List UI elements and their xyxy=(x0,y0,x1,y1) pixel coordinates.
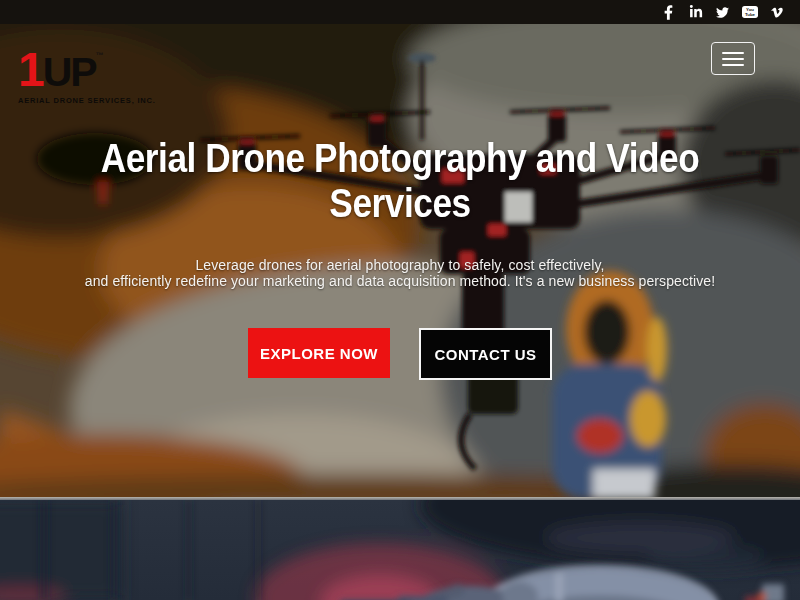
site-logo[interactable]: 1UP™ AERIAL DRONE SERVICES, INC. xyxy=(18,46,148,105)
logo-tagline: AERIAL DRONE SERVICES, INC. xyxy=(18,97,148,105)
lower-photo-background xyxy=(0,500,800,600)
hero-subtitle-line1: Leverage drones for aerial photography t… xyxy=(0,258,800,274)
top-social-bar: You Tube xyxy=(0,0,800,24)
linkedin-icon[interactable] xyxy=(682,0,709,24)
contact-us-button[interactable]: CONTACT US xyxy=(419,328,552,380)
logo-number: 1 xyxy=(18,43,43,96)
hamburger-menu-button[interactable] xyxy=(711,42,755,75)
vimeo-icon[interactable] xyxy=(763,0,790,24)
hamburger-bar xyxy=(722,52,744,54)
page-title-line2: Services xyxy=(48,181,752,226)
page-title-line1: Aerial Drone Photography and Video xyxy=(48,136,752,181)
hamburger-bar xyxy=(722,64,744,66)
logo-word: UP xyxy=(43,49,96,95)
page-title: Aerial Drone Photography and Video Servi… xyxy=(48,136,752,226)
logo-trademark: ™ xyxy=(96,51,104,60)
youtube-icon[interactable]: You Tube xyxy=(736,0,763,24)
logo-mark: 1UP™ xyxy=(18,46,148,94)
hero-subtitle-line2: and efficiently redefine your marketing … xyxy=(0,274,800,290)
facebook-icon[interactable] xyxy=(655,0,682,24)
svg-text:You: You xyxy=(746,7,754,12)
explore-now-button[interactable]: EXPLORE NOW xyxy=(248,328,390,378)
hero-subtitle: Leverage drones for aerial photography t… xyxy=(0,258,800,289)
twitter-icon[interactable] xyxy=(709,0,736,24)
hero-section: 1UP™ AERIAL DRONE SERVICES, INC. Aerial … xyxy=(0,24,800,497)
hero-cta-row: EXPLORE NOW CONTACT US xyxy=(0,328,800,380)
svg-text:Tube: Tube xyxy=(744,12,755,17)
hamburger-bar xyxy=(722,58,744,60)
lower-photo-section xyxy=(0,500,800,600)
